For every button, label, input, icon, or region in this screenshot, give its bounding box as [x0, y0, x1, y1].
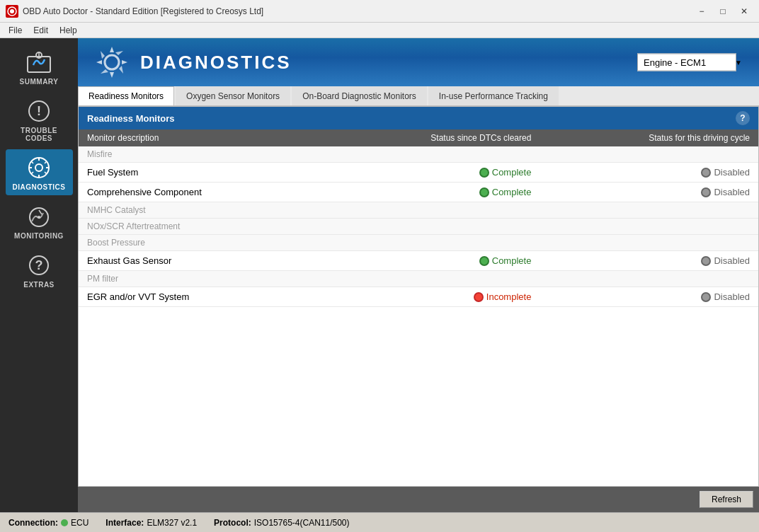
row-cycle-comprehensive: Disabled [540, 183, 758, 202]
close-button[interactable]: ✕ [735, 4, 753, 19]
svg-point-1 [10, 9, 14, 13]
table-row-pm-filter: PM filter [79, 271, 758, 287]
svg-line-11 [39, 210, 42, 214]
menu-edit[interactable]: Edit [28, 24, 54, 37]
sidebar-item-monitoring-label: MONITORING [14, 232, 64, 240]
connection-dot [61, 519, 68, 526]
row-desc-exhaust: Exhaust Gas Sensor [79, 251, 322, 271]
connection-value: ECU [71, 518, 89, 528]
content-area: DIAGNOSTICS Engine - ECM1 Readiness Moni… [78, 38, 759, 512]
interface-value: ELM327 v2.1 [147, 518, 197, 528]
minimize-button[interactable]: − [692, 4, 711, 19]
tabs-bar: Readiness Monitors Oxygen Sensor Monitor… [78, 86, 759, 106]
tab-readiness[interactable]: Readiness Monitors [78, 86, 174, 105]
main-layout: SUMMARY ! TROUBLE CODES DIA [0, 38, 759, 512]
sidebar-item-diagnostics-label: DIAGNOSTICS [13, 183, 66, 191]
window-controls: − □ ✕ [692, 4, 753, 19]
connection-label: Connection: [8, 518, 58, 528]
menu-help[interactable]: Help [54, 24, 83, 37]
bottom-action-bar: Refresh [78, 487, 759, 512]
disabled-row-desc: PM filter [79, 271, 758, 287]
svg-point-8 [35, 164, 42, 171]
interface-status: Interface: ELM327 v2.1 [105, 518, 197, 528]
refresh-button[interactable]: Refresh [700, 491, 753, 508]
status-bar: Connection: ECU Interface: ELM327 v2.1 P… [0, 512, 759, 532]
diagnostics-header: DIAGNOSTICS Engine - ECM1 [78, 38, 759, 86]
title-bar: OBD Auto Doctor - Standard Edition [Regi… [0, 0, 759, 23]
monitors-table: Monitor description Status since DTCs cl… [79, 129, 758, 307]
monitors-panel-header: Readiness Monitors ? [79, 107, 758, 129]
ecm-select[interactable]: Engine - ECM1 [637, 54, 736, 71]
table-row-nox: NOx/SCR Aftertreatment [79, 219, 758, 235]
svg-rect-2 [28, 57, 50, 72]
disabled-row-desc: Misfire [79, 146, 758, 163]
sidebar-item-summary[interactable]: SUMMARY [6, 44, 73, 90]
table-row-comprehensive[interactable]: Comprehensive Component Complete Disable… [79, 183, 758, 202]
sidebar-item-extras[interactable]: ? EXTRAS [6, 247, 73, 293]
summary-icon [25, 50, 53, 75]
tab-onboard[interactable]: On-Board Diagnostic Monitors [292, 86, 427, 105]
row-desc-fuel-system: Fuel System [79, 163, 322, 183]
gear-icon [92, 42, 132, 82]
diagnostics-icon [25, 155, 53, 180]
col-status-cleared: Status since DTCs cleared [322, 129, 540, 146]
sidebar-item-diagnostics[interactable]: DIAGNOSTICS [6, 149, 73, 195]
row-cycle-fuel-system: Disabled [540, 163, 758, 183]
sidebar-item-trouble-codes-label: TROUBLE CODES [8, 127, 70, 142]
help-button[interactable]: ? [736, 111, 750, 125]
row-cycle-exhaust: Disabled [540, 251, 758, 271]
menu-bar: File Edit Help [0, 23, 759, 38]
diagnostics-title: DIAGNOSTICS [140, 52, 292, 74]
protocol-label: Protocol: [214, 518, 251, 528]
menu-file[interactable]: File [3, 24, 28, 37]
window-title: OBD Auto Doctor - Standard Edition [Regi… [23, 6, 692, 16]
monitoring-icon [25, 204, 53, 229]
row-desc-egr: EGR and/or VVT System [79, 287, 322, 307]
tab-oxygen[interactable]: Oxygen Sensor Monitors [176, 86, 290, 105]
sidebar-item-summary-label: SUMMARY [20, 78, 59, 86]
row-cleared-egr: Incomplete [322, 287, 540, 307]
extras-icon: ? [25, 253, 53, 278]
svg-text:!: ! [37, 104, 41, 118]
sidebar-item-trouble-codes[interactable]: ! TROUBLE CODES [6, 93, 73, 146]
app-icon [6, 5, 18, 18]
svg-point-10 [38, 216, 40, 219]
row-cleared-exhaust: Complete [322, 251, 540, 271]
table-row-boost: Boost Pressure [79, 235, 758, 251]
svg-point-14 [105, 55, 119, 69]
maximize-button[interactable]: □ [714, 4, 732, 19]
protocol-status: Protocol: ISO15765-4(CAN11/500) [214, 518, 349, 528]
sidebar: SUMMARY ! TROUBLE CODES DIA [0, 38, 78, 512]
disabled-row-desc: NOx/SCR Aftertreatment [79, 219, 758, 235]
monitors-panel-title: Readiness Monitors [87, 113, 175, 124]
connection-status: Connection: ECU [8, 518, 89, 528]
protocol-value: ISO15765-4(CAN11/500) [254, 518, 350, 528]
table-row-nmhc: NMHC Catalyst [79, 202, 758, 219]
svg-point-7 [29, 158, 49, 178]
tab-inuse[interactable]: In-use Performance Tracking [428, 86, 559, 105]
row-cleared-comprehensive: Complete [322, 183, 540, 202]
interface-label: Interface: [105, 518, 144, 528]
table-row-fuel-system[interactable]: Fuel System Complete Disabled [79, 163, 758, 183]
table-row-misfire: Misfire [79, 146, 758, 163]
row-desc-comprehensive: Comprehensive Component [79, 183, 322, 202]
row-cleared-fuel-system: Complete [322, 163, 540, 183]
table-row-exhaust[interactable]: Exhaust Gas Sensor Complete Disabled [79, 251, 758, 271]
monitors-panel: Readiness Monitors ? Monitor description… [78, 106, 759, 487]
disabled-row-desc: Boost Pressure [79, 235, 758, 251]
trouble-codes-icon: ! [25, 98, 53, 124]
svg-text:?: ? [35, 258, 43, 272]
row-cycle-egr: Disabled [540, 287, 758, 307]
col-status-cycle: Status for this driving cycle [540, 129, 758, 146]
table-row-egr[interactable]: EGR and/or VVT System Incomplete Disable… [79, 287, 758, 307]
disabled-row-desc: NMHC Catalyst [79, 202, 758, 219]
sidebar-item-extras-label: EXTRAS [23, 281, 55, 289]
sidebar-item-monitoring[interactable]: MONITORING [6, 198, 73, 244]
col-description: Monitor description [79, 129, 322, 146]
